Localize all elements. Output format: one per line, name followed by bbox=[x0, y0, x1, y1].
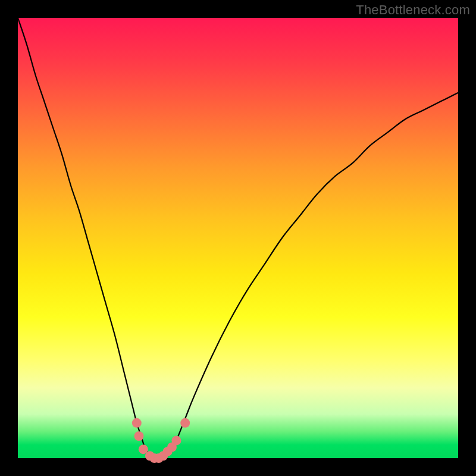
curve-marker bbox=[171, 436, 181, 445]
bottleneck-curve bbox=[18, 18, 458, 459]
watermark-text: TheBottleneck.com bbox=[356, 2, 470, 18]
marker-group bbox=[132, 418, 190, 463]
curve-marker bbox=[180, 418, 190, 428]
chart-frame: TheBottleneck.com bbox=[0, 0, 476, 476]
curve-marker bbox=[132, 418, 142, 428]
plot-area bbox=[18, 18, 458, 458]
chart-svg bbox=[18, 18, 458, 458]
curve-marker bbox=[134, 431, 144, 441]
